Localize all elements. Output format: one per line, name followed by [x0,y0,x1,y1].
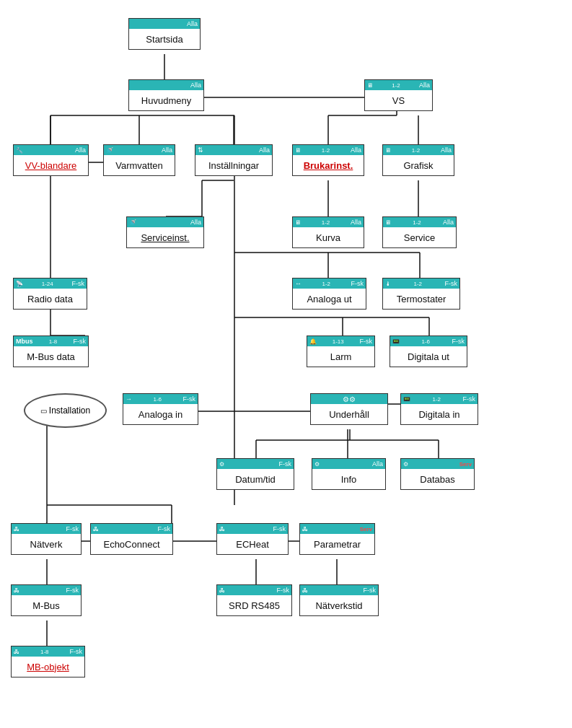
larm-label: Larm [307,346,374,367]
echeat-badge: F-sk [273,525,286,532]
datum-tid-label: Datum/tid [217,469,294,489]
node-serviceinst[interactable]: 🚿 Alla Serviceinst. [126,216,204,248]
digitala-in-badge: F-sk [463,395,476,403]
echoconnect-icon: 🖧 [93,526,99,532]
node-serviceinst-header: 🚿 Alla [127,217,203,227]
grafisk-icon: 🖥 [385,147,391,154]
termostater-label: Termostater [383,289,459,309]
node-termostater-header: 🌡 1-2 F-sk [383,279,459,289]
info-label: Info [312,469,385,489]
digitala-ut-label: Digitala ut [390,346,467,367]
digitala-ut-badge: F-sk [452,338,465,345]
node-natverkstid[interactable]: 🖧 F-sk Nätverkstid [299,584,379,616]
node-analoga-in[interactable]: → 1-6 F-sk Analoga in [123,393,198,425]
node-vs-header: 🖥 1-2 Alla [365,80,432,90]
natverk-label: Nätverk [12,534,81,554]
brukarinst-badge: Alla [351,146,361,154]
node-radio-data[interactable]: 📡 1-24 F-sk Radio data [13,278,87,310]
service-label: Service [383,227,456,247]
node-grafisk[interactable]: 🖥 1-2 Alla Grafisk [382,144,454,176]
digitala-ut-icon: 📟 [392,338,400,345]
node-natverk[interactable]: 🖧 F-sk Nätverk [11,523,82,555]
info-icon: ⚙ [314,461,320,468]
node-varmvatten-header: 🚿 Alla [104,145,175,155]
vs-icon: 🖥 [367,82,373,89]
node-vs[interactable]: 🖥 1-2 Alla VS [364,79,433,111]
mbus-data-icon: Mbus [16,338,33,345]
node-mb-objekt-header: 🖧 1-8 F-sk [12,646,84,657]
mbus-data-label: M-Bus data [14,346,88,367]
node-installningar-header: ⇅ Alla [195,145,272,155]
node-grafisk-header: 🖥 1-2 Alla [383,145,454,155]
node-mbus-data[interactable]: Mbus 1-8 F-sk M-Bus data [13,336,89,367]
mb-objekt-badge: F-sk [70,648,83,655]
underhall-icon: ⚙⚙ [343,395,356,403]
node-mbus[interactable]: 🖧 F-sk M-Bus [11,584,82,616]
node-analoga-in-header: → 1-6 F-sk [123,394,198,404]
node-vv-blandare-header: 🔧 Alla [14,145,88,155]
datum-tid-badge: F-sk [279,460,292,468]
natverkstid-icon: 🖧 [302,587,308,594]
node-parametrar[interactable]: 🖧 Serv Parametrar [299,523,375,555]
mbus-label: M-Bus [12,595,81,615]
node-databas-header: ⚙ Serv [401,459,474,469]
node-service[interactable]: 🖥 1-2 Alla Service [382,216,457,248]
vv-badge: Alla [75,146,86,154]
echeat-icon: 🖧 [219,526,225,532]
node-natverk-header: 🖧 F-sk [12,524,81,534]
installation-oval[interactable]: ▭ Installation [24,393,107,428]
node-underhall[interactable]: ⚙⚙ Underhåll [310,393,388,425]
radio-badge: F-sk [71,280,84,287]
node-datum-tid-header: ⚙ F-sk [217,459,294,469]
node-huvudmeny[interactable]: Alla Huvudmeny [128,79,204,111]
echoconnect-badge: F-sk [158,525,171,532]
vs-badge: Alla [419,82,430,89]
radio-data-label: Radio data [14,289,87,309]
node-kurva[interactable]: 🖥 1-2 Alla Kurva [292,216,364,248]
mb-objekt-icon: 🖧 [14,649,19,655]
installation-icon: ▭ [40,407,47,415]
kurva-badge: Alla [351,219,361,226]
node-underhall-header: ⚙⚙ [311,394,387,404]
mbus-data-badge: F-sk [74,338,87,345]
mbus-icon: 🖧 [14,587,19,594]
node-vv-blandare[interactable]: 🔧 Alla VV-blandare [13,144,89,176]
mb-objekt-label: MB-objekt [12,657,84,677]
grafisk-badge: Alla [441,146,452,154]
node-analoga-ut[interactable]: ↔ 1-2 F-sk Analoga ut [292,278,366,310]
node-installningar[interactable]: ⇅ Alla Inställningar [195,144,273,176]
node-srd-rs485[interactable]: 🖧 F-sk SRD RS485 [216,584,292,616]
node-larm[interactable]: 🔔 1-13 F-sk Larm [307,336,375,367]
digitala-in-label: Digitala in [401,404,478,424]
node-kurva-header: 🖥 1-2 Alla [293,217,364,227]
kurva-icon: 🖥 [295,219,301,226]
node-mb-objekt[interactable]: 🖧 1-8 F-sk MB-objekt [11,646,85,677]
node-echeat[interactable]: 🖧 F-sk ECHeat [216,523,289,555]
termostater-icon: 🌡 [385,281,391,287]
larm-icon: 🔔 [309,338,317,345]
startsida-label: Startsida [129,29,200,49]
installningar-icon: ⇅ [198,146,203,154]
natverkstid-badge: F-sk [364,587,377,594]
node-service-header: 🖥 1-2 Alla [383,217,456,227]
node-digitala-ut[interactable]: 📟 1-6 F-sk Digitala ut [390,336,467,367]
node-echoconnect[interactable]: 🖧 F-sk EchoConnect [90,523,173,555]
analoga-ut-label: Analoga ut [293,289,366,309]
diagram: Alla Startsida Alla Huvudmeny 🖥 1-2 Alla… [0,0,572,728]
radio-icon: 📡 [16,281,23,287]
analoga-ut-icon: ↔ [295,280,302,287]
node-brukarinst[interactable]: 🖥 1-2 Alla Brukarinst. [292,144,364,176]
varmvatten-label: Varmvatten [104,155,175,175]
node-datum-tid[interactable]: ⚙ F-sk Datum/tid [216,458,294,490]
vv-icon: 🔧 [16,147,23,154]
serviceinst-label: Serviceinst. [127,227,203,247]
analoga-ut-badge: F-sk [351,280,364,287]
node-varmvatten[interactable]: 🚿 Alla Varmvatten [103,144,175,176]
node-digitala-in[interactable]: 📟 1-2 F-sk Digitala in [400,393,478,425]
node-databas[interactable]: ⚙ Serv Databas [400,458,475,490]
node-startsida[interactable]: Alla Startsida [128,18,201,50]
node-termostater[interactable]: 🌡 1-2 F-sk Termostater [382,278,460,310]
node-echoconnect-header: 🖧 F-sk [91,524,172,534]
vs-label: VS [365,90,432,110]
node-info[interactable]: ⚙ Alla Info [312,458,386,490]
